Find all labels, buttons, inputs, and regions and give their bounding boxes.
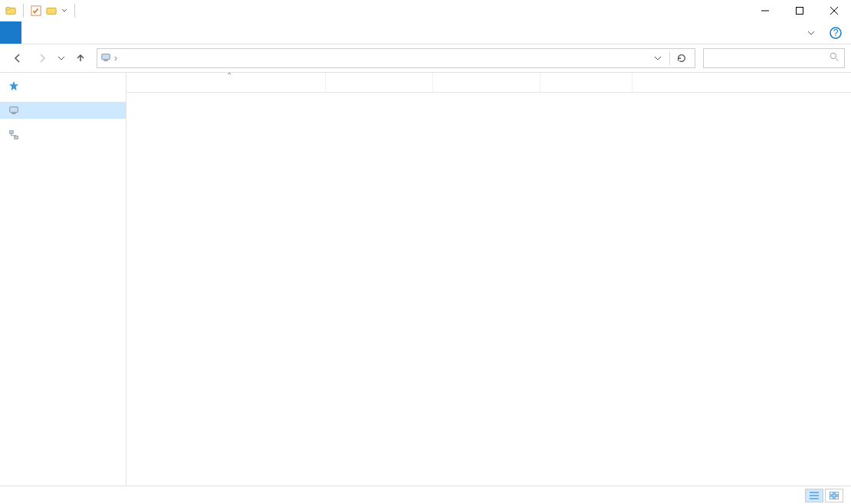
svg-marker-14 bbox=[9, 81, 18, 90]
svg-rect-17 bbox=[10, 131, 13, 134]
nav-back-button[interactable] bbox=[6, 47, 29, 69]
status-bar bbox=[0, 486, 851, 504]
help-icon[interactable]: ? bbox=[820, 21, 851, 44]
nav-recent-dropdown[interactable] bbox=[55, 47, 67, 69]
svg-text:?: ? bbox=[833, 28, 839, 38]
svg-rect-25 bbox=[835, 496, 839, 499]
nav-network[interactable] bbox=[0, 126, 126, 143]
chevron-right-icon[interactable]: › bbox=[113, 53, 119, 64]
app-folder-icon bbox=[5, 5, 17, 17]
refresh-icon[interactable] bbox=[672, 49, 692, 67]
network-icon bbox=[8, 129, 20, 141]
svg-rect-22 bbox=[830, 492, 833, 495]
qat-dropdown-icon[interactable] bbox=[61, 5, 68, 17]
svg-line-13 bbox=[836, 58, 838, 61]
nav-pane bbox=[0, 73, 127, 486]
col-date[interactable] bbox=[326, 73, 433, 92]
svg-rect-15 bbox=[10, 107, 18, 113]
svg-rect-18 bbox=[15, 136, 18, 139]
tab-view[interactable] bbox=[64, 21, 86, 44]
pc-icon bbox=[100, 52, 111, 65]
pc-icon bbox=[8, 104, 20, 116]
col-size[interactable] bbox=[540, 73, 632, 92]
svg-rect-24 bbox=[830, 496, 833, 499]
qat-folder-icon[interactable] bbox=[45, 5, 58, 17]
titlebar bbox=[0, 0, 851, 21]
separator bbox=[669, 51, 670, 65]
svg-rect-3 bbox=[47, 8, 56, 15]
address-row: › bbox=[0, 44, 851, 72]
sort-caret-icon: ⌃ bbox=[226, 71, 232, 80]
tab-share[interactable] bbox=[43, 21, 64, 44]
svg-rect-1 bbox=[6, 8, 10, 10]
col-type[interactable] bbox=[433, 73, 540, 92]
close-button[interactable] bbox=[816, 0, 851, 21]
star-icon bbox=[8, 80, 20, 92]
separator bbox=[74, 4, 75, 18]
svg-rect-5 bbox=[796, 8, 803, 15]
svg-point-12 bbox=[830, 53, 836, 58]
search-input[interactable] bbox=[703, 48, 845, 68]
maximize-button[interactable] bbox=[782, 0, 816, 21]
ribbon-expand-icon[interactable] bbox=[801, 21, 820, 44]
nav-this-pc[interactable] bbox=[0, 102, 126, 119]
svg-rect-23 bbox=[835, 492, 839, 495]
view-details-button[interactable] bbox=[805, 489, 823, 502]
minimize-button[interactable] bbox=[748, 0, 782, 21]
tab-home[interactable] bbox=[21, 21, 43, 44]
search-icon bbox=[830, 52, 840, 64]
tab-file[interactable] bbox=[0, 21, 21, 44]
ribbon-tabs: ? bbox=[0, 21, 851, 44]
svg-rect-11 bbox=[104, 60, 107, 61]
nav-forward-button[interactable] bbox=[31, 47, 54, 69]
nav-quick-access[interactable] bbox=[0, 77, 126, 94]
qat-checkbox-icon[interactable] bbox=[30, 5, 42, 17]
file-list bbox=[127, 93, 851, 486]
address-bar[interactable]: › bbox=[97, 48, 695, 68]
nav-up-button[interactable] bbox=[69, 47, 92, 69]
svg-rect-10 bbox=[102, 54, 110, 59]
svg-rect-16 bbox=[12, 113, 15, 114]
separator bbox=[23, 4, 24, 18]
column-headers: ⌃ bbox=[127, 73, 851, 93]
address-dropdown-icon[interactable] bbox=[648, 49, 668, 67]
view-icons-button[interactable] bbox=[825, 489, 843, 502]
